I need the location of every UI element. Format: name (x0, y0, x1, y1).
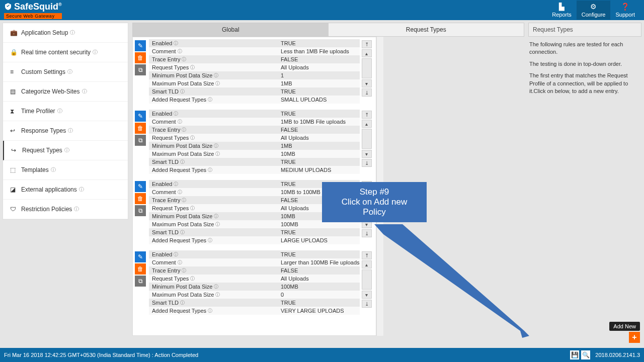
field-value: TRUE (279, 229, 360, 235)
move-top-button[interactable]: ⤒ (362, 111, 372, 119)
clone-button[interactable]: ⧉ (135, 276, 146, 287)
field-label: Minimum Post Data Size ⓘ (149, 213, 279, 220)
save-icon[interactable]: 💾 (570, 350, 579, 359)
sidebar-item-restriction-policies[interactable]: 🛡Restriction Policiesⓘ (3, 200, 128, 219)
add-new-button[interactable]: + (629, 332, 640, 343)
delete-button[interactable]: 🗑 (135, 52, 146, 63)
config-row: Minimum Post Data Size ⓘ100MB (149, 283, 360, 291)
move-top-button[interactable]: ⤒ (362, 251, 372, 259)
edit-button[interactable]: ✎ (135, 181, 146, 192)
version-text: 2018.0206.2141.3 (595, 352, 640, 358)
move-down-button[interactable]: ▾ (362, 79, 372, 87)
move-bottom-button[interactable]: ⤓ (362, 229, 372, 237)
move-down-button[interactable]: ▾ (362, 150, 372, 158)
support-button[interactable]: ❓Support (610, 1, 640, 20)
field-label: Smart TLD ⓘ (149, 300, 279, 306)
clone-button[interactable]: ⧉ (135, 205, 146, 216)
delete-button[interactable]: 🗑 (135, 263, 146, 275)
sidebar-item-label: Categorize Web-Sites (21, 88, 80, 95)
sidebar-item-external-applications[interactable]: ◪External applicationsⓘ (3, 180, 128, 200)
sidebar-item-label: Time Profiler (21, 108, 55, 115)
field-label: Maximum Post Data Size ⓘ (149, 221, 279, 228)
app-header: SafeSquid® Secure Web Gateway ▙Reports ⚙… (0, 0, 644, 20)
edit-button[interactable]: ✎ (135, 111, 146, 122)
help-body: The following rules are tested for each … (528, 37, 641, 103)
search-icon[interactable]: 🔍 (581, 350, 590, 359)
config-row: Enabled ⓘTRUE (149, 250, 360, 258)
field-value: FALSE (279, 127, 360, 133)
tab-request-types[interactable]: Request Types (329, 23, 524, 36)
config-row: Smart TLD ⓘTRUE (149, 158, 360, 166)
info-icon: ⓘ (208, 308, 212, 314)
config-row: Minimum Post Data Size ⓘ1MB (149, 142, 360, 150)
config-row: Maximum Post Data Size ⓘ0 (149, 291, 360, 299)
delete-button[interactable]: 🗑 (135, 193, 146, 204)
info-icon: ⓘ (174, 111, 178, 117)
config-row: Smart TLD ⓘTRUE (149, 299, 360, 307)
brand-name: SafeSquid® (14, 2, 62, 12)
sidebar-item-custom-settings[interactable]: ≡Custom Settingsⓘ (3, 62, 128, 82)
entry-reorder: ⤒▴▾⤓ (362, 39, 374, 104)
field-value: TRUE (279, 111, 360, 117)
move-up-button[interactable]: ▴ (362, 49, 372, 57)
config-row: Smart TLD ⓘTRUE (149, 228, 360, 236)
edit-button[interactable]: ✎ (135, 251, 146, 262)
info-icon: ⓘ (190, 276, 195, 282)
field-value: TRUE (279, 159, 360, 165)
tabs: Global Request Types (132, 23, 524, 37)
help-title: Request Types (528, 23, 641, 37)
entry-fields: Enabled ⓘTRUEComment ⓘ1MB to 10MB File u… (149, 110, 360, 174)
clone-button[interactable]: ⧉ (135, 64, 146, 75)
config-row: Smart TLD ⓘTRUE (149, 87, 360, 96)
info-icon: ⓘ (190, 64, 195, 71)
callout-arrow-icon (374, 224, 535, 340)
info-icon: ⓘ (182, 197, 186, 204)
entry-reorder: ⤒▴▾⤓ (362, 110, 374, 174)
field-value: 0 (279, 292, 360, 298)
edit-button[interactable]: ✎ (135, 40, 146, 51)
move-bottom-button[interactable]: ⤓ (362, 300, 372, 308)
field-value: Less than 1MB File uploads (279, 48, 360, 54)
move-down-button[interactable]: ▾ (362, 291, 372, 299)
sidebar-item-request-types[interactable]: ↪Request Typesⓘ (3, 141, 128, 160)
sidebar-item-label: Request Types (22, 147, 62, 154)
sidebar-item-application-setup[interactable]: 💼Application Setupⓘ (3, 23, 128, 43)
tab-global[interactable]: Global (133, 23, 329, 36)
sidebar-item-categorize-web-sites[interactable]: ▤Categorize Web-Sitesⓘ (3, 82, 128, 102)
move-bottom-button[interactable]: ⤓ (362, 159, 372, 167)
config-row: Comment ⓘLess than 1MB File uploads (149, 47, 360, 55)
sidebar-item-response-types[interactable]: ↩Response Typesⓘ (3, 121, 128, 141)
gears-icon: ⚙ (582, 3, 606, 11)
hourglass-icon: ⧗ (10, 108, 17, 115)
field-label: Request Types ⓘ (149, 135, 279, 141)
sidebar-item-templates[interactable]: ⬚Templatesⓘ (3, 160, 128, 180)
entry-fields: Enabled ⓘTRUEComment ⓘLess than 1MB File… (149, 39, 360, 104)
delete-button[interactable]: 🗑 (135, 123, 146, 134)
move-top-button[interactable]: ⤒ (362, 40, 372, 48)
info-icon: ⓘ (190, 135, 195, 141)
footer: Fri Mar 16 2018 12:42:25 GMT+0530 (India… (0, 348, 644, 362)
info-icon: ⓘ (178, 119, 182, 125)
info-icon: ⓘ (93, 49, 98, 56)
field-value: VERY LARGE UPLOADS (279, 308, 360, 314)
field-value: TRUE (279, 88, 360, 95)
help-icon: ❓ (615, 3, 635, 11)
configure-button[interactable]: ⚙Configure (577, 1, 611, 20)
move-up-button[interactable]: ▴ (362, 260, 372, 268)
status-text: Fri Mar 16 2018 12:42:25 GMT+0530 (India… (4, 352, 198, 358)
sidebar-item-real-time-content-security[interactable]: 🔒Real time content securityⓘ (3, 43, 128, 62)
field-value: Larger than 100MB File uploads (279, 259, 360, 265)
sidebar-item-time-profiler[interactable]: ⧗Time Profilerⓘ (3, 102, 128, 121)
move-up-button[interactable]: ▴ (362, 120, 372, 128)
move-bottom-button[interactable]: ⤓ (362, 88, 372, 97)
info-icon: ⓘ (215, 151, 220, 157)
info-icon: ⓘ (215, 292, 220, 298)
field-value: 10MB (279, 151, 360, 157)
reports-button[interactable]: ▙Reports (547, 1, 577, 20)
clone-button[interactable]: ⧉ (135, 135, 146, 146)
info-icon: ⓘ (214, 72, 218, 79)
info-icon: ⓘ (178, 189, 182, 196)
info-icon: ⓘ (64, 147, 69, 154)
field-value: All Uploads (279, 64, 360, 70)
sidebar-item-label: Application Setup (21, 29, 68, 36)
